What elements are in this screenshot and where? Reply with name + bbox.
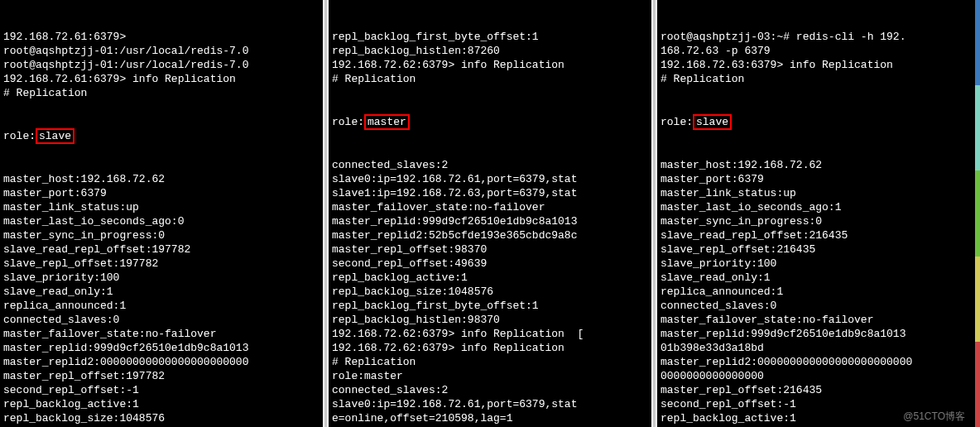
- terminal-line: second_repl_offset:-1: [661, 397, 977, 411]
- scrollbar-segment: [975, 342, 980, 427]
- terminal-line: e=online,offset=210598,lag=1: [332, 411, 648, 425]
- terminal-line: slave_read_repl_offset:216435: [661, 228, 977, 242]
- terminal-line: slave_read_only:1: [661, 271, 977, 285]
- terminal-line: master_link_status:up: [661, 186, 977, 200]
- terminal-line: master_failover_state:no-failover: [661, 313, 977, 327]
- terminal-output: 192.168.72.61:6379>root@aqshptzjj-01:/us…: [3, 30, 319, 100]
- terminal-output: connected_slaves:2slave0:ip=192.168.72.6…: [332, 158, 648, 427]
- terminal-line: root@aqshptzjj-01:/usr/local/redis-7.0: [3, 44, 319, 58]
- terminal-line: master_repl_offset:98370: [332, 242, 648, 257]
- terminal-line: repl_backlog_active:1: [661, 411, 977, 425]
- terminal-line: replica_announced:1: [3, 299, 319, 313]
- scrollbar[interactable]: [975, 0, 980, 427]
- terminal-line: 192.168.72.62:6379> info Replication [: [332, 327, 648, 341]
- terminal-line: repl_backlog_histlen:98370: [332, 313, 648, 327]
- terminal-line: master_link_status:up: [3, 200, 319, 214]
- terminal-line: # Replication: [661, 72, 977, 86]
- terminal-line: slave1:ip=192.168.72.63,port=6379,stat: [332, 186, 648, 200]
- terminal-line: master_replid:999d9cf26510e1db9c8a1013: [661, 327, 977, 341]
- terminal-line: 192.168.72.63:6379> info Replication: [661, 58, 977, 72]
- terminal-line: # Replication: [332, 355, 648, 369]
- terminal-line: second_repl_offset:49639: [332, 257, 648, 271]
- terminal-line: # Replication: [3, 86, 319, 100]
- role-highlight: slave: [36, 128, 74, 144]
- role-highlight: slave: [693, 114, 732, 130]
- terminal-line: repl_backlog_first_byte_offset:1: [332, 299, 648, 313]
- role-prefix: role:: [3, 130, 36, 142]
- terminal-line: master_port:6379: [661, 172, 977, 186]
- terminal-line: 0000000000000000: [661, 369, 977, 383]
- role-prefix: role:: [661, 116, 693, 128]
- terminal-line: master_replid2:00000000000000000000000: [3, 355, 319, 369]
- role-prefix: role:: [332, 116, 364, 128]
- terminal-line: connected_slaves:0: [661, 299, 977, 313]
- pane-divider[interactable]: [651, 0, 657, 427]
- terminal-pane-1[interactable]: 192.168.72.61:6379>root@aqshptzjj-01:/us…: [0, 0, 323, 427]
- terminal-line: master_repl_offset:216435: [661, 383, 977, 397]
- terminal-line: master_replid2:52b5cfde193e365cbdc9a8c: [332, 228, 648, 242]
- scrollbar-segment: [975, 170, 980, 256]
- terminal-output: repl_backlog_first_byte_offset:1repl_bac…: [332, 30, 648, 86]
- terminal-line: slave_repl_offset:197782: [3, 257, 319, 271]
- terminal-line: slave_repl_offset:216435: [661, 242, 977, 257]
- scrollbar-segment: [975, 257, 980, 342]
- terminal-line: 192.168.72.62:6379> info Replication: [332, 341, 648, 355]
- pane-divider[interactable]: [323, 0, 329, 427]
- terminal-line: master_replid:999d9cf26510e1db9c8a1013: [332, 214, 648, 228]
- terminal-line: slave0:ip=192.168.72.61,port=6379,stat: [332, 397, 648, 411]
- terminal-line: 168.72.63 -p 6379: [661, 44, 977, 58]
- terminal-line: connected_slaves:0: [3, 313, 319, 327]
- terminal-line: 192.168.72.61:6379>: [3, 30, 319, 44]
- terminal-line: slave_priority:100: [661, 257, 977, 271]
- role-line: role:slave: [3, 128, 319, 144]
- terminal-line: # Replication: [332, 72, 648, 86]
- terminal-output: root@aqshptzjj-03:~# redis-cli -h 192.16…: [661, 30, 977, 86]
- terminal-line: repl_backlog_size:1048576: [3, 411, 319, 425]
- terminal-line: repl_backlog_histlen:87260: [332, 44, 648, 58]
- terminal-line: master_replid2:000000000000000000000000: [661, 355, 977, 369]
- terminal-line: slave0:ip=192.168.72.61,port=6379,stat: [332, 172, 648, 186]
- terminal-output: master_host:192.168.72.62master_port:637…: [3, 172, 319, 427]
- terminal-line: 192.168.72.61:6379> info Replication: [3, 72, 319, 86]
- terminal-line: master_repl_offset:197782: [3, 369, 319, 383]
- terminal-line: connected_slaves:2: [332, 158, 648, 172]
- terminal-line: repl_backlog_first_byte_offset:1: [332, 30, 648, 44]
- terminal-line: connected_slaves:2: [332, 383, 648, 397]
- terminal-line: slave_priority:100: [3, 271, 319, 285]
- terminal-line: master_last_io_seconds_ago:0: [3, 214, 319, 228]
- terminal-line: master_port:6379: [3, 186, 319, 200]
- role-line: role:master: [332, 114, 648, 130]
- terminal-line: master_replid:999d9cf26510e1db9c8a1013: [3, 341, 319, 355]
- terminal-pane-2[interactable]: repl_backlog_first_byte_offset:1repl_bac…: [329, 0, 651, 427]
- terminal-line: 01b398e33d3a18bd: [661, 341, 977, 355]
- terminal-line: master_sync_in_progress:0: [661, 214, 977, 228]
- terminal-line: repl_backlog_active:1: [332, 271, 648, 285]
- terminal-line: master_sync_in_progress:0: [3, 228, 319, 242]
- terminal-line: master_failover_state:no-failover: [3, 327, 319, 341]
- terminal-line: repl_backlog_active:1: [3, 397, 319, 411]
- terminal-line: repl_backlog_size:1048576: [332, 285, 648, 299]
- terminal-line: second_repl_offset:-1: [3, 383, 319, 397]
- terminal-line: 192.168.72.62:6379> info Replication: [332, 58, 648, 72]
- role-line: role:slave: [661, 114, 977, 130]
- terminal-line: master_host:192.168.72.62: [3, 172, 319, 186]
- terminal-line: slave_read_repl_offset:197782: [3, 242, 319, 257]
- terminal-pane-3[interactable]: root@aqshptzjj-03:~# redis-cli -h 192.16…: [657, 0, 980, 427]
- terminal-panes: 192.168.72.61:6379>root@aqshptzjj-01:/us…: [0, 0, 980, 427]
- terminal-line: master_host:192.168.72.62: [661, 158, 977, 172]
- scrollbar-segment: [975, 85, 980, 170]
- scrollbar-segment: [975, 0, 980, 85]
- terminal-line: root@aqshptzjj-03:~# redis-cli -h 192.: [661, 30, 977, 44]
- terminal-line: slave_read_only:1: [3, 285, 319, 299]
- terminal-line: replica_announced:1: [661, 285, 977, 299]
- terminal-line: role:master: [332, 369, 648, 383]
- terminal-line: master_last_io_seconds_ago:1: [661, 200, 977, 214]
- terminal-output: master_host:192.168.72.62master_port:637…: [661, 158, 977, 427]
- terminal-line: root@aqshptzjj-01:/usr/local/redis-7.0: [3, 58, 319, 72]
- role-highlight: master: [364, 114, 410, 130]
- terminal-line: master_failover_state:no-failover: [332, 200, 648, 214]
